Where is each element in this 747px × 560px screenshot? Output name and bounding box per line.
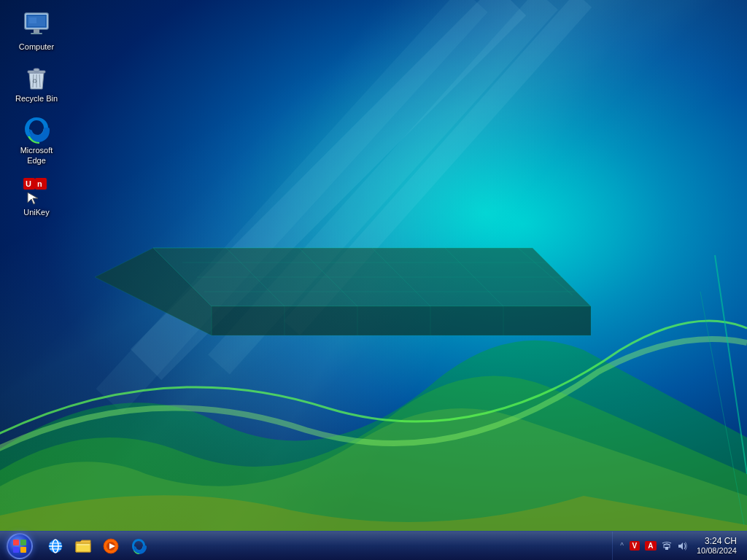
edge-label: Microsoft Edge [11,146,62,165]
start-button[interactable] [0,532,39,561]
svg-rect-49 [77,544,90,545]
unikey-v-badge: V [630,541,640,551]
taskbar-explorer[interactable] [70,535,96,557]
media-player-icon [102,537,120,555]
svg-rect-33 [34,69,39,71]
taskbar-ie[interactable] [42,535,69,557]
system-tray: ^ V A [612,532,747,560]
taskbar-media-player[interactable] [98,535,124,557]
svg-rect-25 [34,29,39,33]
taskbar-edge[interactable] [125,535,152,557]
start-orb [7,533,33,559]
svg-rect-28 [29,18,36,23]
microsoft-edge-icon[interactable]: Microsoft Edge [7,111,66,168]
svg-marker-17 [212,306,591,335]
volume-icon [678,541,688,551]
unikey-icon[interactable]: U n UniKey [7,173,66,221]
svg-rect-26 [31,33,42,34]
desktop-icons: Computer ♻ Recy [7,7,66,221]
edge-svg [22,114,51,144]
clock-date: 10/08/2024 [697,546,737,556]
taskbar-edge-icon [130,537,147,555]
taskbar-apps [39,535,612,557]
unikey-svg: U n [22,176,51,206]
edge-icon-image [22,114,51,144]
unikey-a-badge: A [645,541,656,551]
clock[interactable]: 3:24 CH 10/08/2024 [692,536,741,556]
desktop-bg-aurora [0,0,747,560]
svg-rect-42 [13,547,19,553]
svg-rect-41 [20,540,26,545]
tray-volume-icon[interactable] [676,540,689,553]
computer-label: Computer [19,42,54,52]
tray-unikey-v[interactable]: V [628,540,641,553]
recycle-bin-svg: ♻ [22,63,51,92]
desktop: Computer ♻ Recy [0,0,747,560]
tray-network-icon[interactable] [660,540,673,553]
ie-icon [47,537,64,555]
recycle-bin-label: Recycle Bin [15,94,58,104]
tray-unikey-a[interactable]: A [644,540,657,553]
unikey-icon-image: U n [22,176,51,206]
svg-text:U: U [26,179,31,188]
svg-rect-43 [20,547,26,553]
svg-marker-39 [28,192,38,204]
show-hidden-icons-button[interactable]: ^ [619,540,625,551]
unikey-label: UniKey [23,208,49,217]
recycle-bin-icon-image: ♻ [22,63,51,92]
explorer-icon [74,537,92,555]
taskbar: ^ V A [0,531,747,560]
svg-marker-56 [678,542,683,550]
computer-icon-image [22,11,51,40]
clock-time: 3:24 CH [705,536,737,546]
computer-svg [22,12,51,39]
network-icon [662,541,672,551]
recycle-bin-icon[interactable]: ♻ Recycle Bin [7,59,66,107]
computer-icon[interactable]: Computer [7,7,66,55]
svg-rect-40 [13,540,19,545]
windows-logo-icon [12,539,27,553]
svg-text:n: n [37,179,42,188]
svg-text:♻: ♻ [32,78,37,85]
